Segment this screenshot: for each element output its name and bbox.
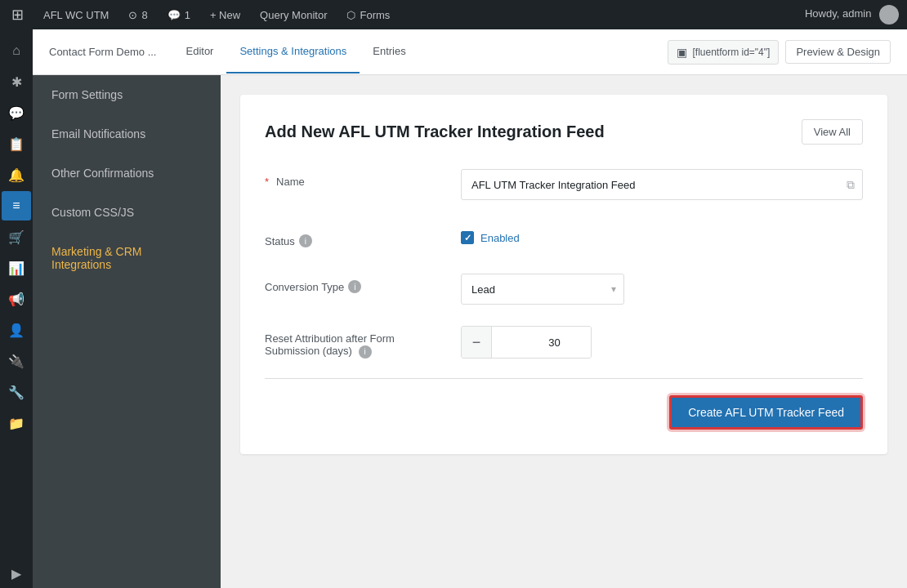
form-area: Add New AFL UTM Tracker Integration Feed… <box>221 75 907 588</box>
sidebar-forms-icon[interactable]: ≡ <box>2 191 31 220</box>
wp-logo[interactable]: ⊞ <box>8 6 27 24</box>
sidebar-comments-icon[interactable]: 💬 <box>2 98 31 127</box>
enabled-checkbox-group: Enabled <box>461 231 863 244</box>
sidebar-pages-icon[interactable]: 📋 <box>2 129 31 158</box>
new-button[interactable]: + New <box>207 9 244 21</box>
sidebar-home-icon[interactable]: ⌂ <box>2 36 31 65</box>
sidebar-settings-icon[interactable]: 🔧 <box>2 377 31 407</box>
name-input[interactable] <box>461 169 863 200</box>
form-footer: Create AFL UTM Tracker Feed <box>265 395 863 430</box>
main-wrapper: Contact Form Demo ... Editor Settings & … <box>33 29 907 588</box>
conversion-type-select[interactable]: Lead Purchase Other <box>461 274 624 305</box>
enabled-label: Enabled <box>480 232 520 244</box>
enabled-checkbox[interactable] <box>461 231 474 244</box>
conversion-type-label: Conversion Type i <box>265 274 461 293</box>
circle-icon: ⊙ <box>128 9 137 21</box>
howdy-text: Howdy, admin <box>805 5 899 24</box>
sidebar-item-custom-css-js[interactable]: Custom CSS/JS <box>33 193 221 232</box>
days-input[interactable] <box>491 327 592 358</box>
site-name[interactable]: AFL WC UTM <box>40 9 112 21</box>
sidebar-analytics-icon[interactable]: 📊 <box>2 253 31 283</box>
tab-settings-integrations[interactable]: Settings & Integrations <box>226 30 360 74</box>
admin-bar: ⊞ AFL WC UTM ⊙ 8 💬 1 + New Query Monitor… <box>0 0 907 29</box>
shortcode-icon: ▣ <box>677 46 687 59</box>
sidebar-item-marketing-crm[interactable]: Marketing & CRM Integrations <box>33 232 221 284</box>
sidebar-plugins-icon[interactable]: 🔌 <box>2 346 31 376</box>
top-nav: Editor Settings & Integrations Entries <box>172 30 668 74</box>
top-bar-actions: ▣ [fluentform id="4"] Preview & Design <box>668 40 891 65</box>
updates-count[interactable]: ⊙ 8 <box>125 9 150 21</box>
number-stepper: − + <box>461 326 592 359</box>
status-info-icon[interactable]: i <box>299 234 312 247</box>
content-area: Form Settings Email Notifications Other … <box>33 75 907 588</box>
sidebar-play-icon[interactable]: ▶ <box>2 559 31 588</box>
conversion-type-row: Conversion Type i Lead Purchase Other ▾ <box>265 274 863 306</box>
top-bar: Contact Form Demo ... Editor Settings & … <box>33 29 907 75</box>
form-card: Add New AFL UTM Tracker Integration Feed… <box>240 95 887 454</box>
name-input-area: ⧉ <box>461 169 863 200</box>
tab-entries[interactable]: Entries <box>360 30 418 74</box>
reset-info-icon[interactable]: i <box>359 345 372 359</box>
sidebar-users-icon[interactable]: 👤 <box>2 315 31 345</box>
query-monitor[interactable]: Query Monitor <box>257 9 330 21</box>
sidebar-woo-icon[interactable]: 🛒 <box>2 222 31 252</box>
status-label: Status i <box>265 228 461 247</box>
status-control-area: Enabled <box>461 231 863 244</box>
settings-sidebar: Form Settings Email Notifications Other … <box>33 75 221 588</box>
forms-link[interactable]: ⬡ Forms <box>343 9 393 21</box>
create-feed-button[interactable]: Create AFL UTM Tracker Feed <box>669 395 863 430</box>
reset-attribution-label: Reset Attribution after Form Submission … <box>265 326 461 359</box>
reset-attribution-row: Reset Attribution after Form Submission … <box>265 326 863 359</box>
tab-editor[interactable]: Editor <box>172 30 226 74</box>
conversion-type-select-wrapper: Lead Purchase Other ▾ <box>461 274 624 305</box>
forms-icon: ⬡ <box>346 9 355 21</box>
sidebar-media-icon[interactable]: 📁 <box>2 408 31 438</box>
name-field-row: * Name ⧉ <box>265 169 863 202</box>
sidebar-marketing-icon[interactable]: 📢 <box>2 284 31 314</box>
shortcode-text: [fluentform id="4"] <box>692 47 770 58</box>
copy-icon: ⧉ <box>847 178 855 192</box>
wp-icon: ⊞ <box>11 6 24 24</box>
sidebar-item-form-settings[interactable]: Form Settings <box>33 75 221 114</box>
preview-design-button[interactable]: Preview & Design <box>785 40 891 64</box>
comments-count[interactable]: 💬 1 <box>164 9 194 21</box>
sidebar-item-other-confirmations[interactable]: Other Confirmations <box>33 154 221 193</box>
status-field-row: Status i Enabled <box>265 221 863 254</box>
form-card-title: Add New AFL UTM Tracker Integration Feed <box>265 122 605 141</box>
left-sidebar: ⌂ ✱ 💬 📋 🔔 ≡ 🛒 📊 📢 👤 🔌 🔧 📁 ▶ <box>0 29 33 588</box>
view-all-button[interactable]: View All <box>802 119 863 145</box>
sidebar-tools-icon[interactable]: ✱ <box>2 67 31 96</box>
comment-icon: 💬 <box>168 9 181 21</box>
decrement-button[interactable]: − <box>462 327 491 358</box>
form-divider <box>265 378 863 379</box>
form-card-header: Add New AFL UTM Tracker Integration Feed… <box>265 119 863 145</box>
conversion-type-control: Lead Purchase Other ▾ <box>461 274 863 305</box>
reset-attribution-control: − + <box>461 326 863 359</box>
sidebar-notifications-icon[interactable]: 🔔 <box>2 160 31 189</box>
name-label: * Name <box>265 169 461 188</box>
conversion-info-icon[interactable]: i <box>348 280 361 293</box>
form-title: Contact Form Demo ... <box>49 46 156 58</box>
sidebar-item-email-notifications[interactable]: Email Notifications <box>33 114 221 154</box>
shortcode-box[interactable]: ▣ [fluentform id="4"] <box>668 40 779 65</box>
name-input-wrapper: ⧉ <box>461 169 863 200</box>
